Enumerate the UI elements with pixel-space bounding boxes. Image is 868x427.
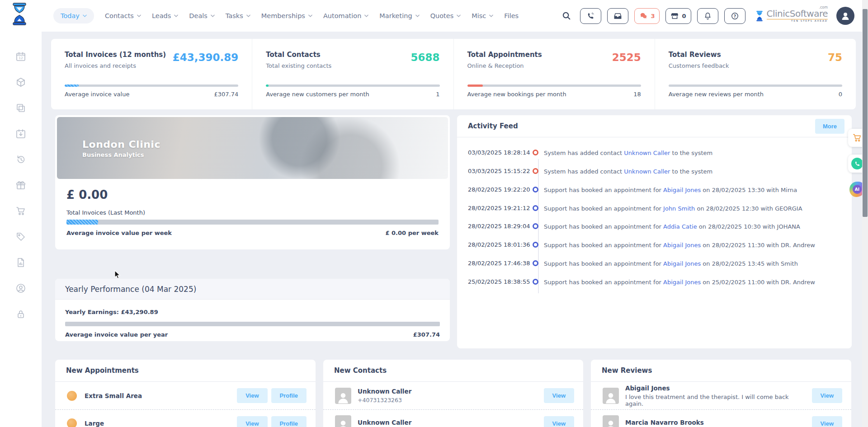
menu-label: Automation [323,12,361,19]
progress-track [669,84,842,87]
profile-button[interactable]: Profile [271,416,307,427]
new-appointments-title: New Appointments [66,366,139,375]
last-month-amount: £ 0.00 [66,188,439,202]
app-logo-hourglass-icon[interactable] [10,2,29,28]
activity-text-pre: System has added contact [544,168,624,175]
stat-footer-label: Average invoice value [65,91,129,98]
menu-label: Tasks [226,12,243,19]
contact-info: Unknown Caller [358,419,411,427]
chat-messages-button[interactable]: 3 [634,8,660,24]
review-info: Marcia Navarro Brooks [625,419,704,427]
review-info: Abigail Jones I love this treatment and … [625,385,797,407]
view-button[interactable]: View [812,388,842,403]
lock-icon[interactable] [15,308,27,320]
brand-tld: .com [819,6,828,9]
help-button[interactable]: ? [724,8,745,24]
yearly-performance-body: Yearly Earnings: £43,290.89 Average invo… [55,300,450,338]
user-avatar[interactable] [836,7,854,25]
notifications-button[interactable] [697,8,718,24]
contact-row: Unknown Caller View [323,409,583,427]
menu-item-deals[interactable]: Deals [189,12,215,19]
stat-card-total-reviews: Total Reviews Customers feedback 75 Aver… [655,39,856,109]
activity-text: Support has booked an appointment for Ab… [544,278,815,287]
store-button[interactable]: 0 [665,8,691,24]
menu-item-quotes[interactable]: Quotes [430,12,461,19]
menu-item-marketing[interactable]: Marketing [379,12,419,19]
package-cube-icon[interactable] [15,76,27,88]
stat-footer-value: £307.74 [214,91,238,98]
menu-item-leads[interactable]: Leads [152,12,178,19]
banner-subtitle: Business Analytics [82,151,160,158]
progress-fill [266,84,269,87]
layers-copy-icon[interactable] [15,102,27,114]
footer-label: Average invoice value per year [65,331,168,338]
view-button[interactable]: View [544,416,574,427]
contact-link[interactable]: Unknown Caller [624,150,670,156]
activity-text: Support has booked an appointment for Ab… [544,260,798,268]
calendar-12-icon[interactable]: 12 [15,51,27,62]
stat-subtitle: All invoices and receipts [65,62,238,69]
report-document-icon[interactable] [15,257,27,268]
activity-item: 28/02/2025 18:29:04 Support has booked a… [457,223,852,231]
phone-calls-button[interactable] [580,8,601,24]
contact-link[interactable]: Abigail Jones [663,187,701,193]
contact-link[interactable]: John Smith [663,205,695,212]
stat-subtitle: Total existing contacts [266,62,439,69]
stat-value: 5688 [410,52,439,63]
menu-item-tasks[interactable]: Tasks [226,12,250,19]
menu-item-contacts[interactable]: Contacts [105,12,141,19]
contact-link[interactable]: Addia Catie [663,223,697,230]
gift-icon[interactable] [15,179,27,191]
stat-footer: Average new bookings per month18 [467,91,641,98]
menu-item-misc[interactable]: Misc [472,12,493,19]
menu-item-today[interactable]: Today [53,8,94,23]
contact-link[interactable]: Unknown Caller [624,168,670,175]
price-tag-icon[interactable] [15,231,27,243]
contact-link[interactable]: Abigail Jones [663,242,701,249]
new-reviews-title: New Reviews [602,366,652,375]
yearly-footer: Average invoice value per year £307.74 [65,331,440,338]
page-scrollbar[interactable] [862,0,868,427]
view-button[interactable]: View [237,388,267,403]
contact-link[interactable]: Abigail Jones [663,260,701,267]
clinic-dashboard: 12 [0,0,868,427]
more-button[interactable]: More [815,119,844,134]
stat-card-total-contacts: Total Contacts Total existing contacts 5… [252,39,453,109]
activity-text-post: on 28/02/2025 12:30 with GEORGIA [695,205,802,212]
scrollbar-thumb[interactable] [863,9,868,217]
progress-track [266,84,439,87]
cart-icon[interactable] [15,205,27,217]
review-row: Marcia Navarro Brooks View [591,409,851,427]
history-clock-icon[interactable] [15,154,27,165]
activity-text-post: on 28/02/2025 10:30 with JOHANA [697,223,800,230]
menu-item-files[interactable]: Files [504,12,519,19]
footer-label: Average invoice value per week [66,230,172,236]
chevron-down-icon [83,14,87,17]
activity-item: 28/02/2025 19:22:20 Support has booked a… [457,186,852,195]
reviewer-avatar [603,415,619,427]
clinicsoftware-logo[interactable]: .com ClinicSoftware TEN STEPS AHEAD [755,9,828,23]
menu-item-memberships[interactable]: Memberships [261,12,312,19]
appointment-name: Large [85,420,104,427]
stat-subtitle: Customers feedback [669,62,842,69]
stat-title: Total Reviews [669,51,842,59]
view-button[interactable]: View [812,416,842,427]
account-person-icon[interactable] [15,282,27,294]
appointment-row: Extra Small Area View Profile [55,382,316,409]
calendar-import-icon[interactable] [15,128,27,140]
left-sidebar: 12 [0,0,42,427]
contact-link[interactable]: Abigail Jones [663,279,701,286]
stat-footer: Average invoice value£307.74 [65,91,238,98]
view-button[interactable]: View [237,416,267,427]
menu-item-automation[interactable]: Automation [323,12,368,19]
search-icon[interactable] [561,11,571,21]
stat-footer-label: Average new customers per month [266,91,369,98]
activity-text-pre: Support has booked an appointment for [544,205,663,212]
inbox-button[interactable] [607,8,628,24]
stat-footer-value: 18 [633,91,641,98]
bell-icon [703,12,712,20]
activity-text-post: on 28/02/2025 13:30 with Mirna [701,187,797,193]
profile-button[interactable]: Profile [271,388,307,403]
view-button[interactable]: View [544,388,574,403]
row-actions: View Profile [237,388,307,403]
